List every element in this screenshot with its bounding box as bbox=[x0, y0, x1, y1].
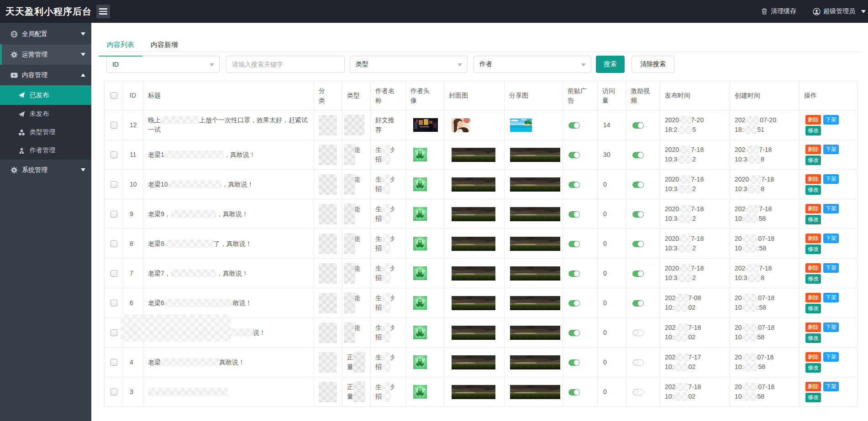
modify-button[interactable]: 修改 bbox=[805, 274, 821, 284]
admin-menu[interactable]: 超级管理员 bbox=[813, 7, 866, 16]
delete-button[interactable]: 删除 bbox=[805, 204, 821, 213]
pre-ad-toggle[interactable] bbox=[568, 241, 580, 247]
pre-ad-toggle[interactable] bbox=[568, 389, 580, 395]
offline-button[interactable]: 下架 bbox=[823, 174, 839, 184]
cell-type: 正能量 bbox=[342, 318, 371, 348]
delete-button[interactable]: 删除 bbox=[805, 352, 821, 362]
censor-mosaic bbox=[171, 210, 216, 218]
offline-button[interactable]: 下架 bbox=[823, 382, 839, 391]
delete-button[interactable]: 删除 bbox=[805, 382, 821, 391]
row-checkbox[interactable] bbox=[110, 151, 117, 158]
sidebar-item-content[interactable]: 内容管理 bbox=[0, 65, 91, 85]
date-text: 7-18 bbox=[761, 176, 774, 183]
keyword-search-input[interactable] bbox=[226, 56, 345, 73]
toggle-knob bbox=[638, 123, 643, 128]
delete-button[interactable]: 删除 bbox=[805, 174, 821, 184]
reward-video-toggle[interactable] bbox=[632, 241, 644, 247]
pre-ad-toggle[interactable] bbox=[568, 122, 580, 129]
clear-search-button[interactable]: 清除搜索 bbox=[631, 56, 674, 73]
reward-video-toggle[interactable] bbox=[632, 389, 644, 395]
row-checkbox[interactable] bbox=[110, 240, 117, 247]
offline-button[interactable]: 下架 bbox=[823, 322, 839, 332]
modify-button[interactable]: 修改 bbox=[805, 333, 821, 343]
visits-count: 14 bbox=[603, 121, 610, 129]
delete-button[interactable]: 删除 bbox=[805, 234, 821, 243]
modify-button[interactable]: 修改 bbox=[805, 393, 821, 402]
clear-cache-button[interactable]: 清理缓存 bbox=[761, 7, 796, 16]
modify-button[interactable]: 修改 bbox=[805, 363, 821, 373]
field-photo bbox=[452, 385, 495, 399]
censor-mosaic bbox=[673, 392, 688, 401]
sidebar-item-operation[interactable]: 运营管理 bbox=[0, 44, 91, 65]
cell-title: 老梁1，真敢说！ bbox=[143, 140, 314, 170]
reward-video-toggle[interactable] bbox=[632, 182, 644, 188]
date-text: 7-17 bbox=[688, 353, 701, 361]
pre-ad-toggle[interactable] bbox=[568, 359, 580, 366]
sidebar-item-unpublished[interactable]: 未发布 bbox=[0, 105, 91, 123]
modify-button[interactable]: 修改 bbox=[805, 126, 821, 135]
tab-content-list[interactable]: 内容列表 bbox=[99, 34, 142, 57]
censor-mosaic bbox=[319, 234, 337, 254]
row-checkbox[interactable] bbox=[110, 122, 117, 129]
reward-video-toggle[interactable] bbox=[632, 152, 644, 158]
pre-ad-toggle[interactable] bbox=[568, 330, 580, 336]
cell-publish-time: 20207-1810:32 bbox=[660, 199, 730, 229]
row-checkbox[interactable] bbox=[110, 359, 117, 366]
sidebar-item-system[interactable]: 系统管理 bbox=[0, 160, 91, 180]
row-checkbox[interactable] bbox=[110, 300, 117, 307]
reward-video-toggle[interactable] bbox=[632, 211, 644, 218]
reward-video-toggle[interactable] bbox=[632, 270, 644, 277]
delete-button[interactable]: 删除 bbox=[805, 145, 821, 154]
sidebar-item-author-management[interactable]: 作者管理 bbox=[0, 141, 91, 160]
pre-ad-toggle[interactable] bbox=[568, 182, 580, 188]
delete-button[interactable]: 删除 bbox=[805, 115, 821, 125]
offline-button[interactable]: 下架 bbox=[823, 263, 839, 273]
pre-ad-toggle[interactable] bbox=[568, 300, 580, 307]
offline-button[interactable]: 下架 bbox=[823, 234, 839, 243]
delete-button[interactable]: 删除 bbox=[805, 293, 821, 302]
row-checkbox[interactable] bbox=[110, 270, 117, 277]
pre-ad-toggle[interactable] bbox=[568, 152, 580, 158]
type-filter-select[interactable]: 类型 bbox=[350, 56, 468, 73]
cell-create-time: 20207-2018:51 bbox=[730, 110, 800, 140]
date-text: 10:3 bbox=[665, 215, 677, 222]
delete-button[interactable]: 删除 bbox=[805, 263, 821, 273]
modify-button[interactable]: 修改 bbox=[805, 304, 821, 313]
offline-button[interactable]: 下架 bbox=[823, 145, 839, 154]
cell-visits: 0 bbox=[598, 229, 626, 259]
id-filter-select[interactable]: ID bbox=[106, 56, 220, 73]
date-text: 7-18 bbox=[691, 235, 704, 242]
pre-ad-toggle[interactable] bbox=[568, 211, 580, 218]
sidebar-item-type-management[interactable]: 类型管理 bbox=[0, 123, 91, 141]
pre-ad-toggle[interactable] bbox=[568, 270, 580, 277]
row-checkbox[interactable] bbox=[110, 329, 117, 336]
header-cell: 分享图 bbox=[505, 81, 563, 110]
search-button[interactable]: 搜索 bbox=[596, 56, 625, 73]
reward-video-toggle[interactable] bbox=[632, 122, 644, 129]
sidebar-toggle-button[interactable] bbox=[96, 5, 110, 18]
offline-button[interactable]: 下架 bbox=[823, 352, 839, 362]
reward-video-toggle[interactable] bbox=[632, 300, 644, 307]
cell-checkbox bbox=[105, 377, 123, 407]
cell-visits: 0 bbox=[598, 259, 626, 288]
cell-share bbox=[505, 110, 563, 140]
reward-video-toggle[interactable] bbox=[632, 330, 644, 336]
offline-button[interactable]: 下架 bbox=[823, 293, 839, 302]
author-filter-select[interactable]: 作者 bbox=[473, 56, 591, 73]
reward-video-toggle[interactable] bbox=[632, 359, 644, 366]
offline-button[interactable]: 下架 bbox=[823, 204, 839, 213]
sidebar-item-global-config[interactable]: 全局配置 bbox=[0, 24, 91, 44]
modify-button[interactable]: 修改 bbox=[805, 215, 821, 224]
row-checkbox[interactable] bbox=[110, 389, 117, 395]
modify-button[interactable]: 修改 bbox=[805, 244, 821, 254]
select-all-checkbox[interactable] bbox=[110, 92, 117, 99]
modify-button[interactable]: 修改 bbox=[805, 156, 821, 165]
cell-type bbox=[342, 110, 371, 140]
tab-content-new[interactable]: 内容新增 bbox=[142, 34, 186, 57]
delete-button[interactable]: 删除 bbox=[805, 322, 821, 332]
sidebar-item-published[interactable]: 已发布 bbox=[0, 85, 91, 105]
row-checkbox[interactable] bbox=[110, 181, 117, 188]
modify-button[interactable]: 修改 bbox=[805, 185, 821, 195]
offline-button[interactable]: 下架 bbox=[823, 115, 839, 125]
row-checkbox[interactable] bbox=[110, 211, 117, 218]
